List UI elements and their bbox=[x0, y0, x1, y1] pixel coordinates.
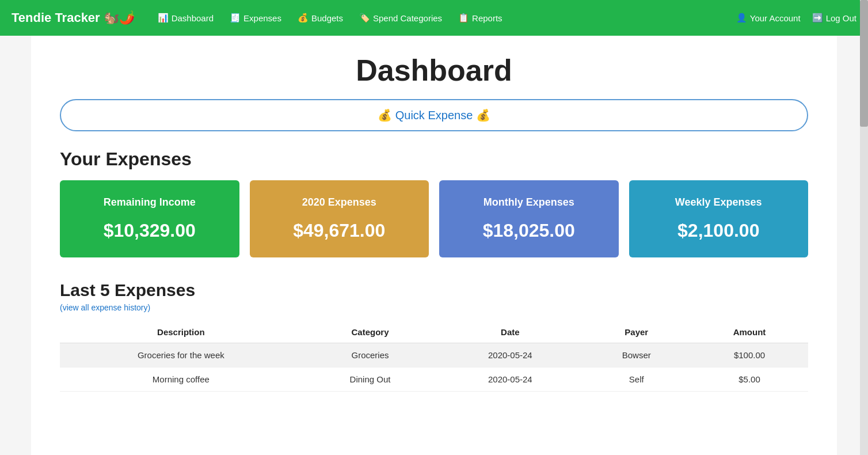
table-header: Description Category Date Payer Amount bbox=[60, 321, 808, 343]
table-row: Morning coffeeDining Out2020-05-24Self$5… bbox=[60, 367, 808, 392]
monthly-expenses-value: $18,025.00 bbox=[451, 220, 607, 241]
nav-spend-categories[interactable]: 🏷️ Spend Categories bbox=[353, 10, 448, 25]
brand-logo: Tendie Tracker 🐿️🌶️ bbox=[12, 10, 135, 25]
brand-name: Tendie Tracker bbox=[12, 10, 100, 25]
your-account-link[interactable]: 👤 Your Account bbox=[736, 13, 801, 23]
cell-payer: Self bbox=[582, 367, 691, 392]
brand-emoji: 🐿️🌶️ bbox=[104, 10, 135, 25]
cell-date: 2020-05-24 bbox=[438, 343, 582, 367]
weekly-expenses-label: Weekly Expenses bbox=[641, 196, 797, 208]
remaining-income-card: Remaining Income $10,329.00 bbox=[60, 180, 239, 257]
table-row: Groceries for the weekGroceries2020-05-2… bbox=[60, 343, 808, 367]
view-all-link[interactable]: (view all expense history) bbox=[60, 303, 150, 312]
nav-dashboard[interactable]: 📊 Dashboard bbox=[152, 10, 219, 25]
monthly-expenses-label: Monthly Expenses bbox=[451, 196, 607, 208]
col-amount: Amount bbox=[691, 321, 808, 343]
yearly-expenses-card: 2020 Expenses $49,671.00 bbox=[250, 180, 429, 257]
weekly-expenses-card: Weekly Expenses $2,100.00 bbox=[629, 180, 809, 257]
logout-link[interactable]: ➡️ Log Out bbox=[812, 13, 856, 23]
expenses-icon: 🧾 bbox=[230, 13, 241, 23]
weekly-expenses-value: $2,100.00 bbox=[641, 220, 797, 241]
page-title: Dashboard bbox=[60, 53, 808, 88]
cell-date: 2020-05-24 bbox=[438, 367, 582, 392]
col-payer: Payer bbox=[582, 321, 691, 343]
nav-budgets[interactable]: 💰 Budgets bbox=[292, 10, 349, 25]
monthly-expenses-card: Monthly Expenses $18,025.00 bbox=[439, 180, 619, 257]
col-description: Description bbox=[60, 321, 302, 343]
spend-categories-icon: 🏷️ bbox=[359, 13, 370, 23]
remaining-income-label: Remaining Income bbox=[71, 196, 228, 208]
nav-reports[interactable]: 📋 Reports bbox=[452, 10, 508, 25]
col-date: Date bbox=[438, 321, 582, 343]
scrollbar-thumb[interactable] bbox=[860, 0, 868, 127]
account-icon: 👤 bbox=[736, 13, 747, 23]
table-body: Groceries for the weekGroceries2020-05-2… bbox=[60, 343, 808, 392]
quick-expense-button[interactable]: 💰 Quick Expense 💰 bbox=[60, 99, 808, 131]
nav-links: 📊 Dashboard 🧾 Expenses 💰 Budgets 🏷️ Spen… bbox=[152, 10, 736, 25]
cell-category: Groceries bbox=[302, 343, 439, 367]
budgets-icon: 💰 bbox=[298, 13, 309, 23]
cell-amount: $5.00 bbox=[691, 367, 808, 392]
cell-category: Dining Out bbox=[302, 367, 439, 392]
nav-expenses[interactable]: 🧾 Expenses bbox=[224, 10, 287, 25]
cell-description: Groceries for the week bbox=[60, 343, 302, 367]
cell-description: Morning coffee bbox=[60, 367, 302, 392]
scrollbar-track[interactable] bbox=[860, 0, 868, 455]
expense-cards: Remaining Income $10,329.00 2020 Expense… bbox=[60, 180, 808, 257]
expenses-section-title: Your Expenses bbox=[60, 149, 808, 170]
cell-amount: $100.00 bbox=[691, 343, 808, 367]
navbar: Tendie Tracker 🐿️🌶️ 📊 Dashboard 🧾 Expens… bbox=[0, 0, 868, 36]
col-category: Category bbox=[302, 321, 439, 343]
nav-right: 👤 Your Account ➡️ Log Out bbox=[736, 13, 856, 23]
expenses-table: Description Category Date Payer Amount G… bbox=[60, 321, 808, 392]
yearly-expenses-label: 2020 Expenses bbox=[261, 196, 418, 208]
reports-icon: 📋 bbox=[458, 13, 469, 23]
last5-title: Last 5 Expenses bbox=[60, 280, 808, 300]
cell-payer: Bowser bbox=[582, 343, 691, 367]
remaining-income-value: $10,329.00 bbox=[71, 220, 228, 241]
logout-icon: ➡️ bbox=[812, 13, 823, 23]
dashboard-icon: 📊 bbox=[158, 13, 169, 23]
main-content: Dashboard 💰 Quick Expense 💰 Your Expense… bbox=[31, 36, 837, 455]
yearly-expenses-value: $49,671.00 bbox=[261, 220, 418, 241]
